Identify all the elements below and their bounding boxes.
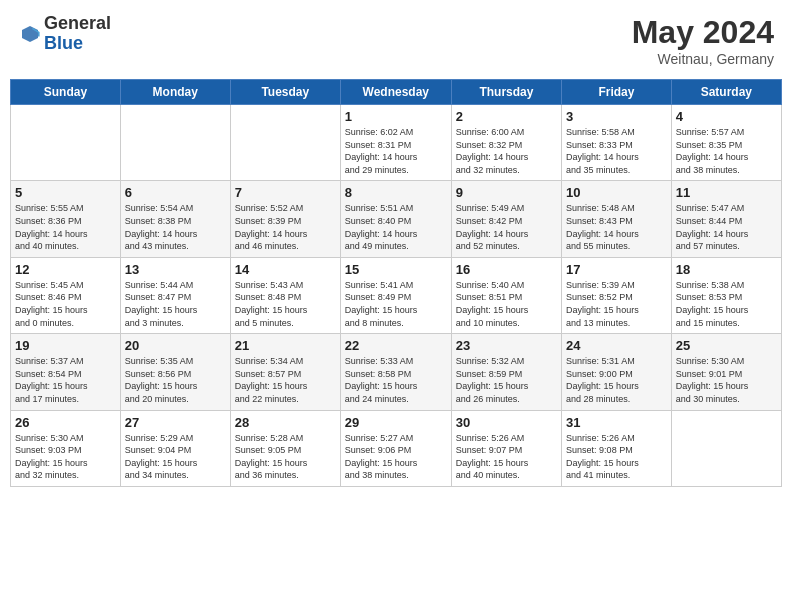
day-info: Sunrise: 5:30 AM Sunset: 9:03 PM Dayligh… [15, 432, 116, 482]
calendar-cell: 17Sunrise: 5:39 AM Sunset: 8:52 PM Dayli… [562, 257, 672, 333]
logo-general-text: General [44, 13, 111, 33]
day-info: Sunrise: 5:38 AM Sunset: 8:53 PM Dayligh… [676, 279, 777, 329]
calendar-cell: 16Sunrise: 5:40 AM Sunset: 8:51 PM Dayli… [451, 257, 561, 333]
day-info: Sunrise: 5:34 AM Sunset: 8:57 PM Dayligh… [235, 355, 336, 405]
day-info: Sunrise: 5:39 AM Sunset: 8:52 PM Dayligh… [566, 279, 667, 329]
calendar-cell: 22Sunrise: 5:33 AM Sunset: 8:58 PM Dayli… [340, 334, 451, 410]
calendar-cell: 14Sunrise: 5:43 AM Sunset: 8:48 PM Dayli… [230, 257, 340, 333]
calendar-table: SundayMondayTuesdayWednesdayThursdayFrid… [10, 79, 782, 487]
day-number: 5 [15, 185, 116, 200]
day-number: 12 [15, 262, 116, 277]
day-number: 11 [676, 185, 777, 200]
day-info: Sunrise: 5:37 AM Sunset: 8:54 PM Dayligh… [15, 355, 116, 405]
calendar-cell: 18Sunrise: 5:38 AM Sunset: 8:53 PM Dayli… [671, 257, 781, 333]
day-info: Sunrise: 5:40 AM Sunset: 8:51 PM Dayligh… [456, 279, 557, 329]
day-number: 7 [235, 185, 336, 200]
calendar-cell: 13Sunrise: 5:44 AM Sunset: 8:47 PM Dayli… [120, 257, 230, 333]
day-number: 20 [125, 338, 226, 353]
day-info: Sunrise: 5:33 AM Sunset: 8:58 PM Dayligh… [345, 355, 447, 405]
day-info: Sunrise: 6:02 AM Sunset: 8:31 PM Dayligh… [345, 126, 447, 176]
calendar-cell: 31Sunrise: 5:26 AM Sunset: 9:08 PM Dayli… [562, 410, 672, 486]
day-number: 14 [235, 262, 336, 277]
calendar-cell: 5Sunrise: 5:55 AM Sunset: 8:36 PM Daylig… [11, 181, 121, 257]
day-number: 3 [566, 109, 667, 124]
calendar-week-3: 12Sunrise: 5:45 AM Sunset: 8:46 PM Dayli… [11, 257, 782, 333]
day-number: 16 [456, 262, 557, 277]
calendar-location: Weitnau, Germany [632, 51, 774, 67]
weekday-header-tuesday: Tuesday [230, 80, 340, 105]
day-number: 18 [676, 262, 777, 277]
day-info: Sunrise: 5:58 AM Sunset: 8:33 PM Dayligh… [566, 126, 667, 176]
day-number: 28 [235, 415, 336, 430]
title-block: May 2024 Weitnau, Germany [632, 14, 774, 67]
day-number: 19 [15, 338, 116, 353]
day-info: Sunrise: 5:51 AM Sunset: 8:40 PM Dayligh… [345, 202, 447, 252]
calendar-week-2: 5Sunrise: 5:55 AM Sunset: 8:36 PM Daylig… [11, 181, 782, 257]
calendar-week-1: 1Sunrise: 6:02 AM Sunset: 8:31 PM Daylig… [11, 105, 782, 181]
day-info: Sunrise: 5:55 AM Sunset: 8:36 PM Dayligh… [15, 202, 116, 252]
day-info: Sunrise: 5:28 AM Sunset: 9:05 PM Dayligh… [235, 432, 336, 482]
calendar-cell: 21Sunrise: 5:34 AM Sunset: 8:57 PM Dayli… [230, 334, 340, 410]
calendar-cell: 30Sunrise: 5:26 AM Sunset: 9:07 PM Dayli… [451, 410, 561, 486]
weekday-header-monday: Monday [120, 80, 230, 105]
calendar-cell: 26Sunrise: 5:30 AM Sunset: 9:03 PM Dayli… [11, 410, 121, 486]
day-number: 24 [566, 338, 667, 353]
logo: General Blue [18, 14, 111, 54]
day-number: 9 [456, 185, 557, 200]
day-number: 31 [566, 415, 667, 430]
day-info: Sunrise: 5:26 AM Sunset: 9:08 PM Dayligh… [566, 432, 667, 482]
calendar-cell: 20Sunrise: 5:35 AM Sunset: 8:56 PM Dayli… [120, 334, 230, 410]
calendar-week-5: 26Sunrise: 5:30 AM Sunset: 9:03 PM Dayli… [11, 410, 782, 486]
day-number: 25 [676, 338, 777, 353]
day-number: 4 [676, 109, 777, 124]
weekday-header-wednesday: Wednesday [340, 80, 451, 105]
day-number: 26 [15, 415, 116, 430]
calendar-cell: 27Sunrise: 5:29 AM Sunset: 9:04 PM Dayli… [120, 410, 230, 486]
day-info: Sunrise: 5:45 AM Sunset: 8:46 PM Dayligh… [15, 279, 116, 329]
calendar-cell [230, 105, 340, 181]
day-info: Sunrise: 5:43 AM Sunset: 8:48 PM Dayligh… [235, 279, 336, 329]
day-number: 6 [125, 185, 226, 200]
calendar-cell [120, 105, 230, 181]
weekday-header-saturday: Saturday [671, 80, 781, 105]
day-number: 2 [456, 109, 557, 124]
day-number: 8 [345, 185, 447, 200]
day-number: 29 [345, 415, 447, 430]
calendar-cell: 6Sunrise: 5:54 AM Sunset: 8:38 PM Daylig… [120, 181, 230, 257]
calendar-cell: 1Sunrise: 6:02 AM Sunset: 8:31 PM Daylig… [340, 105, 451, 181]
calendar-cell: 2Sunrise: 6:00 AM Sunset: 8:32 PM Daylig… [451, 105, 561, 181]
day-info: Sunrise: 5:52 AM Sunset: 8:39 PM Dayligh… [235, 202, 336, 252]
calendar-cell: 4Sunrise: 5:57 AM Sunset: 8:35 PM Daylig… [671, 105, 781, 181]
calendar-cell: 29Sunrise: 5:27 AM Sunset: 9:06 PM Dayli… [340, 410, 451, 486]
day-info: Sunrise: 5:26 AM Sunset: 9:07 PM Dayligh… [456, 432, 557, 482]
day-info: Sunrise: 5:27 AM Sunset: 9:06 PM Dayligh… [345, 432, 447, 482]
day-number: 27 [125, 415, 226, 430]
calendar-cell: 8Sunrise: 5:51 AM Sunset: 8:40 PM Daylig… [340, 181, 451, 257]
calendar-cell: 7Sunrise: 5:52 AM Sunset: 8:39 PM Daylig… [230, 181, 340, 257]
day-info: Sunrise: 5:41 AM Sunset: 8:49 PM Dayligh… [345, 279, 447, 329]
weekday-header-sunday: Sunday [11, 80, 121, 105]
calendar-cell [11, 105, 121, 181]
day-info: Sunrise: 5:54 AM Sunset: 8:38 PM Dayligh… [125, 202, 226, 252]
day-info: Sunrise: 5:31 AM Sunset: 9:00 PM Dayligh… [566, 355, 667, 405]
calendar-cell: 23Sunrise: 5:32 AM Sunset: 8:59 PM Dayli… [451, 334, 561, 410]
weekday-header-friday: Friday [562, 80, 672, 105]
day-number: 17 [566, 262, 667, 277]
day-number: 22 [345, 338, 447, 353]
weekday-header-thursday: Thursday [451, 80, 561, 105]
calendar-cell: 12Sunrise: 5:45 AM Sunset: 8:46 PM Dayli… [11, 257, 121, 333]
day-info: Sunrise: 5:44 AM Sunset: 8:47 PM Dayligh… [125, 279, 226, 329]
weekday-header-row: SundayMondayTuesdayWednesdayThursdayFrid… [11, 80, 782, 105]
day-info: Sunrise: 5:32 AM Sunset: 8:59 PM Dayligh… [456, 355, 557, 405]
calendar-cell: 25Sunrise: 5:30 AM Sunset: 9:01 PM Dayli… [671, 334, 781, 410]
logo-blue-text: Blue [44, 33, 83, 53]
day-number: 13 [125, 262, 226, 277]
calendar-cell: 11Sunrise: 5:47 AM Sunset: 8:44 PM Dayli… [671, 181, 781, 257]
day-info: Sunrise: 5:49 AM Sunset: 8:42 PM Dayligh… [456, 202, 557, 252]
day-number: 15 [345, 262, 447, 277]
day-number: 30 [456, 415, 557, 430]
day-number: 23 [456, 338, 557, 353]
calendar-cell: 3Sunrise: 5:58 AM Sunset: 8:33 PM Daylig… [562, 105, 672, 181]
day-info: Sunrise: 6:00 AM Sunset: 8:32 PM Dayligh… [456, 126, 557, 176]
day-number: 10 [566, 185, 667, 200]
